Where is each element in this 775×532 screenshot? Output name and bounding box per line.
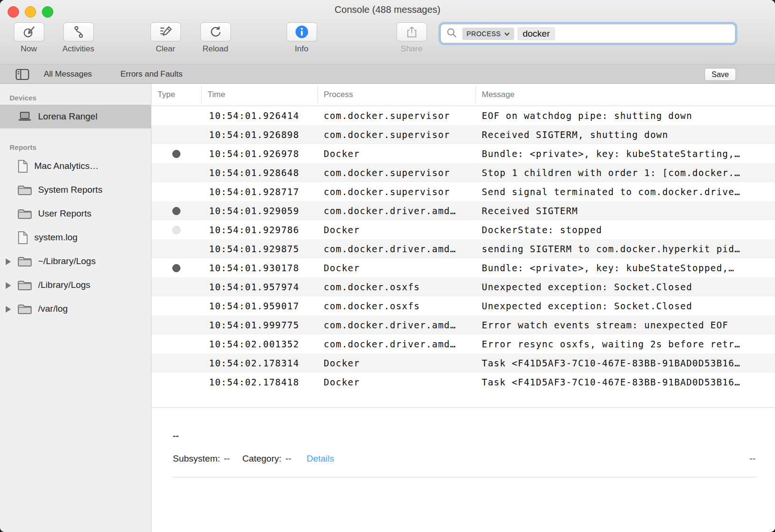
- tab-errors-and-faults[interactable]: Errors and Faults: [120, 65, 182, 83]
- message-cell: Error resync osxfs, waiting 2s before re…: [476, 339, 775, 349]
- process-cell: Docker: [318, 358, 476, 368]
- type-cell: [151, 182, 201, 201]
- type-cell: [151, 335, 201, 354]
- folder-icon: [17, 256, 32, 267]
- disclosure-triangle-icon[interactable]: [6, 306, 11, 313]
- column-header-time[interactable]: Time: [201, 84, 318, 106]
- sidebar-item-library-logs[interactable]: /Library/Logs: [0, 273, 151, 297]
- type-cell: [151, 125, 201, 144]
- table-row[interactable]: 10:54:01.999775com.docker.driver.amd…Err…: [151, 315, 775, 335]
- table-row[interactable]: 10:54:01.930178DockerBundle: <private>, …: [151, 258, 775, 277]
- activities-button[interactable]: Activities: [58, 22, 99, 54]
- type-cell: [151, 296, 201, 315]
- search-scope-label: PROCESS: [467, 30, 501, 38]
- titlebar: Console (488 messages): [0, 0, 775, 21]
- sidebar-item-label: System Reports: [38, 185, 102, 195]
- table-row[interactable]: 10:54:01.959017com.docker.osxfsUnexpecte…: [151, 296, 775, 315]
- column-header-process[interactable]: Process: [318, 84, 476, 106]
- sidebar-item-label: /Library/Logs: [38, 280, 90, 290]
- process-cell: com.docker.driver.amd…: [318, 339, 476, 349]
- subsystem-value: --: [224, 453, 230, 463]
- save-button[interactable]: Save: [705, 68, 736, 81]
- type-cell: [151, 144, 201, 163]
- column-header-type[interactable]: Type: [151, 84, 201, 106]
- process-cell: com.docker.driver.amd…: [318, 244, 476, 254]
- main-pane: Type Time Process Message 10:54:01.92641…: [151, 84, 775, 532]
- type-cell: [151, 201, 201, 220]
- time-cell: 10:54:01.929059: [201, 206, 318, 216]
- sidebar-item-system-log[interactable]: system.log: [0, 226, 151, 249]
- sidebar-section-title-devices: Devices: [0, 91, 151, 105]
- sidebar-item-label: Lorena Rangel: [38, 111, 98, 122]
- folder-icon: [17, 184, 32, 196]
- search-input[interactable]: docker: [517, 27, 555, 40]
- clear-button[interactable]: Clear: [145, 22, 186, 54]
- category-value: --: [285, 453, 291, 463]
- sidebar-item-var-log[interactable]: /var/log: [0, 297, 151, 321]
- column-header-message[interactable]: Message: [476, 84, 775, 106]
- details-link[interactable]: Details: [307, 453, 334, 464]
- process-cell: com.docker.osxfs: [318, 282, 476, 292]
- type-cell: [151, 354, 201, 373]
- sidebar-item-system-reports[interactable]: System Reports: [0, 178, 151, 202]
- table-body: 10:54:01.926414com.docker.supervisorEOF …: [151, 106, 775, 392]
- category-pair: Category:--: [242, 453, 291, 464]
- favorites-bar: All Messages Errors and Faults Save: [0, 64, 775, 84]
- type-cell: [151, 373, 201, 392]
- table-row[interactable]: 10:54:01.926978DockerBundle: <private>, …: [151, 144, 775, 163]
- disclosure-triangle-icon[interactable]: [6, 258, 11, 265]
- process-cell: com.docker.supervisor: [318, 167, 476, 178]
- time-cell: 10:54:01.926898: [201, 129, 318, 140]
- table-row[interactable]: 10:54:01.928717com.docker.supervisorSend…: [151, 182, 775, 201]
- window-title: Console (488 messages): [0, 4, 775, 15]
- sidebar-item-user-reports[interactable]: User Reports: [0, 202, 151, 226]
- table-row[interactable]: 10:54:01.929875com.docker.driver.amd…sen…: [151, 239, 775, 258]
- sidebar-item-label: User Reports: [38, 208, 91, 219]
- process-cell: Docker: [318, 263, 476, 273]
- info-circle-icon: [295, 25, 309, 39]
- table-row[interactable]: 10:54:02.001352com.docker.driver.amd…Err…: [151, 335, 775, 354]
- laptop-icon: [17, 111, 32, 122]
- process-cell: com.docker.supervisor: [318, 129, 476, 140]
- search-field[interactable]: PROCESS docker: [440, 24, 735, 43]
- message-cell: Received SIGTERM: [476, 206, 775, 216]
- process-cell: com.docker.driver.amd…: [318, 206, 476, 216]
- disclosure-triangle-icon[interactable]: [6, 282, 11, 289]
- type-cell: [151, 106, 201, 125]
- time-cell: 10:54:01.926414: [201, 110, 318, 121]
- sidebar-item-lorena-rangel[interactable]: Lorena Rangel: [0, 105, 151, 128]
- tab-all-messages[interactable]: All Messages: [44, 65, 92, 83]
- sidebar-item-library-logs[interactable]: ~/Library/Logs: [0, 249, 151, 273]
- now-button[interactable]: Now: [9, 22, 49, 54]
- table-row[interactable]: 10:54:01.957974com.docker.osxfsUnexpecte…: [151, 277, 775, 296]
- info-button[interactable]: Info: [281, 22, 322, 54]
- table-row[interactable]: 10:54:01.926898com.docker.supervisorRece…: [151, 125, 775, 144]
- sidebar-toggle-button[interactable]: [15, 69, 30, 82]
- message-cell: Stop 1 children with order 1: [com.docke…: [476, 167, 775, 178]
- reload-button[interactable]: Reload: [195, 22, 236, 54]
- time-cell: 10:54:02.178314: [201, 358, 318, 368]
- time-cell: 10:54:01.929786: [201, 225, 318, 235]
- search-scope-dropdown[interactable]: PROCESS: [462, 28, 514, 40]
- table-row[interactable]: 10:54:02.178418DockerTask <F41D5AF3-7C10…: [151, 373, 775, 392]
- table-row[interactable]: 10:54:02.178314DockerTask <F41D5AF3-7C10…: [151, 354, 775, 373]
- process-cell: Docker: [318, 148, 476, 159]
- table-row[interactable]: 10:54:01.928648com.docker.supervisorStop…: [151, 163, 775, 182]
- message-cell: DockerState: stopped: [476, 225, 775, 235]
- details-message: --: [173, 431, 775, 441]
- time-cell: 10:54:01.930178: [201, 263, 318, 273]
- share-button[interactable]: Share: [391, 22, 432, 54]
- window-chrome: Console (488 messages) Now: [0, 0, 775, 65]
- time-cell: 10:54:01.928648: [201, 167, 318, 178]
- table-row[interactable]: 10:54:01.926414com.docker.supervisorEOF …: [151, 106, 775, 125]
- document-icon: [17, 231, 29, 245]
- table-row[interactable]: 10:54:01.929786DockerDockerState: stoppe…: [151, 220, 775, 239]
- type-cell: [151, 277, 201, 296]
- reload-circular-arrow-icon: [209, 25, 222, 39]
- sidebar-item-mac-analytics[interactable]: Mac Analytics…: [0, 154, 151, 178]
- sidebar-item-label: ~/Library/Logs: [38, 256, 96, 266]
- type-cell: [151, 163, 201, 182]
- time-cell: 10:54:01.929875: [201, 244, 318, 254]
- activities-path-icon: [72, 25, 85, 39]
- table-row[interactable]: 10:54:01.929059com.docker.driver.amd…Rec…: [151, 201, 775, 220]
